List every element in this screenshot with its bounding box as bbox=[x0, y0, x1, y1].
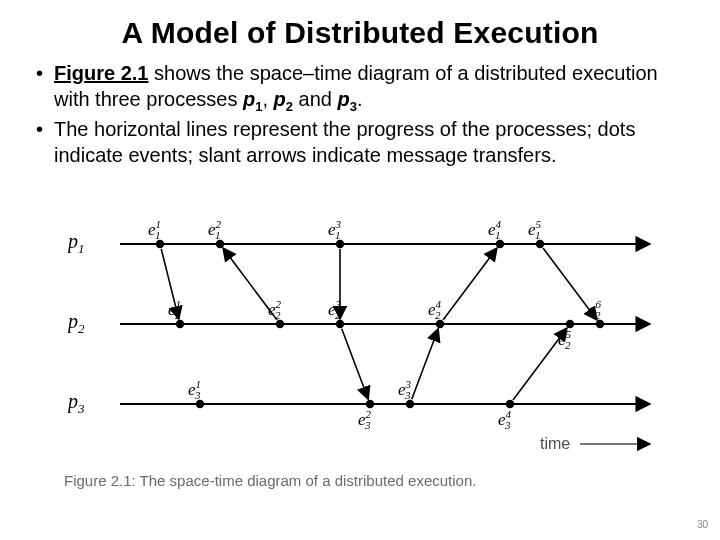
bullet-2: The horizontal lines represent the progr… bbox=[36, 116, 692, 168]
svg-point-17 bbox=[506, 400, 514, 408]
figure-caption: Figure 2.1: The space-time diagram of a … bbox=[64, 472, 476, 489]
event-label: e23 bbox=[358, 410, 388, 430]
process-label: p2 bbox=[68, 310, 108, 333]
svg-point-15 bbox=[366, 400, 374, 408]
event-label: e32 bbox=[328, 300, 358, 320]
space-time-diagram: p1p2p3e11e21e31e41e51e12e22e32e42e52e62e… bbox=[60, 204, 680, 474]
svg-line-19 bbox=[223, 248, 277, 320]
process-label: p3 bbox=[68, 390, 108, 413]
event-label: e22 bbox=[268, 300, 298, 320]
event-label: e41 bbox=[488, 220, 518, 240]
event-label: e62 bbox=[588, 300, 618, 320]
event-label: e43 bbox=[498, 410, 528, 430]
bullet-1: Figure 2.1 shows the space–time diagram … bbox=[36, 60, 692, 112]
event-label: e31 bbox=[328, 220, 358, 240]
slide: A Model of Distributed Execution Figure … bbox=[0, 0, 720, 540]
svg-line-24 bbox=[543, 248, 597, 320]
svg-line-21 bbox=[342, 329, 368, 400]
event-label: e12 bbox=[168, 300, 198, 320]
page-title: A Model of Distributed Execution bbox=[28, 16, 692, 50]
page-number: 30 bbox=[697, 519, 708, 530]
event-label: e11 bbox=[148, 220, 178, 240]
svg-line-23 bbox=[443, 248, 497, 320]
svg-text:time: time bbox=[540, 435, 570, 452]
svg-point-12 bbox=[566, 320, 574, 328]
event-label: e51 bbox=[528, 220, 558, 240]
process-label: p1 bbox=[68, 230, 108, 253]
event-label: e42 bbox=[428, 300, 458, 320]
event-label: e13 bbox=[188, 380, 218, 400]
figure-ref: Figure 2.1 bbox=[54, 62, 148, 84]
event-label: e21 bbox=[208, 220, 238, 240]
svg-line-25 bbox=[513, 328, 567, 400]
bullets: Figure 2.1 shows the space–time diagram … bbox=[36, 60, 692, 168]
